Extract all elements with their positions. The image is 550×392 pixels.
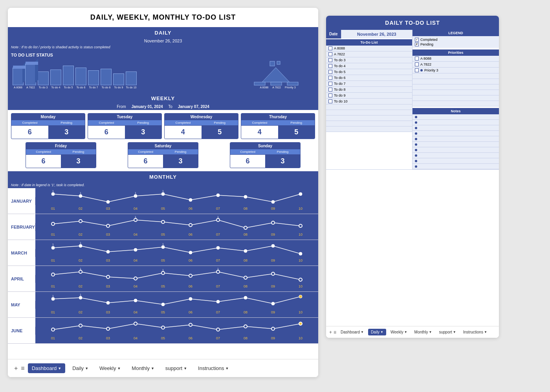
priority-empty-5 bbox=[412, 95, 499, 101]
day-card-wednesday: Wednesday Completed Pending 4 5 bbox=[164, 113, 238, 139]
svg-point-98 bbox=[51, 297, 55, 300]
svg-point-107 bbox=[299, 295, 302, 298]
right-nav-support[interactable]: support ▼ bbox=[436, 329, 459, 335]
daily-header: DAILY bbox=[8, 28, 318, 38]
svg-point-101 bbox=[134, 299, 137, 302]
priorities-title: Priorities bbox=[412, 49, 499, 56]
menu-icon[interactable]: ≡ bbox=[21, 365, 24, 372]
priority-empty-2 bbox=[412, 79, 499, 84]
svg-point-84 bbox=[299, 278, 302, 281]
right-nav-monthly[interactable]: Monthly ▼ bbox=[412, 329, 435, 335]
nav-instructions[interactable]: Instructions ▼ bbox=[194, 363, 233, 373]
date-area: Date November 26, 2023 To-Do List A 8088… bbox=[326, 30, 412, 169]
from-label: From bbox=[117, 104, 131, 109]
svg-text:02: 02 bbox=[79, 310, 82, 314]
svg-point-33 bbox=[134, 218, 137, 222]
note-row-8 bbox=[412, 153, 499, 158]
todo-item-todo7: To do 7 bbox=[326, 81, 412, 87]
february-chart: 01 02 03 04 05 06 07 08 09 10 1 1 bbox=[35, 214, 318, 240]
svg-point-6 bbox=[51, 192, 55, 196]
svg-text:03: 03 bbox=[106, 336, 110, 340]
todo-check-todo9 bbox=[328, 93, 332, 97]
svg-point-79 bbox=[161, 271, 165, 275]
svg-point-30 bbox=[51, 222, 55, 225]
from-date: January 01, 2024 bbox=[131, 104, 163, 109]
bar-todo3: To do 3 bbox=[38, 71, 49, 89]
svg-text:1: 1 bbox=[162, 243, 164, 245]
note-row-1 bbox=[412, 114, 499, 120]
instructions-arrow: ▼ bbox=[226, 366, 229, 370]
svg-text:1: 1 bbox=[135, 192, 136, 194]
svg-text:04: 04 bbox=[134, 310, 138, 314]
svg-text:1: 1 bbox=[80, 267, 81, 270]
bar-todo4: To do 4 bbox=[50, 70, 61, 89]
priority-items: A 8088 A 7822 Priority 3 bbox=[412, 56, 499, 106]
right-nav-dashboard[interactable]: Dashboard ▼ bbox=[338, 329, 367, 335]
svg-rect-4 bbox=[271, 82, 282, 85]
svg-text:03: 03 bbox=[106, 233, 110, 236]
svg-text:04: 04 bbox=[134, 258, 138, 262]
svg-text:09: 09 bbox=[271, 310, 275, 314]
right-plus-icon[interactable]: + bbox=[329, 330, 332, 335]
svg-point-83 bbox=[271, 272, 275, 275]
month-row-february: FEBRUARY 01 0 bbox=[8, 214, 318, 240]
todo-check-todo8 bbox=[328, 88, 332, 92]
svg-point-60 bbox=[271, 244, 275, 247]
date-value: November 26, 2023 bbox=[341, 30, 412, 38]
bar-todo5: To do 5 bbox=[63, 66, 74, 89]
nav-monthly[interactable]: Monthly ▼ bbox=[128, 363, 158, 373]
june-chart: 01 02 03 04 05 06 07 08 09 10 bbox=[35, 318, 318, 343]
svg-point-103 bbox=[189, 297, 192, 300]
right-nav-instructions[interactable]: Instructions ▼ bbox=[460, 329, 490, 335]
nav-dashboard[interactable]: Dashboard ▼ bbox=[28, 363, 66, 373]
legend-pending: ✗ Pending bbox=[415, 42, 497, 47]
svg-text:01: 01 bbox=[51, 233, 55, 236]
bar-todo8: To do 8 bbox=[101, 69, 112, 89]
legend-items: ✓ Completed ✗ Pending bbox=[412, 36, 499, 48]
svg-text:04: 04 bbox=[134, 336, 138, 340]
day-card-monday: Monday Completed Pending 6 3 bbox=[11, 113, 85, 139]
right-panel: DAILY TO-DO LIST Date November 26, 2023 … bbox=[326, 16, 499, 338]
svg-text:1: 1 bbox=[52, 243, 54, 246]
legend-title: LEGEND bbox=[412, 30, 499, 36]
svg-point-99 bbox=[79, 296, 82, 299]
svg-point-52 bbox=[51, 246, 55, 249]
svg-text:10: 10 bbox=[299, 284, 302, 288]
svg-text:06: 06 bbox=[189, 310, 192, 314]
svg-point-7 bbox=[79, 194, 82, 198]
nav-weekly[interactable]: Weekly ▼ bbox=[95, 363, 125, 373]
svg-text:05: 05 bbox=[161, 310, 165, 314]
todo-check-todo6 bbox=[328, 76, 332, 80]
note-dot-5 bbox=[415, 138, 417, 140]
svg-point-121 bbox=[79, 324, 82, 327]
priority-empty-6 bbox=[412, 101, 499, 106]
may-chart: 01 02 03 04 05 06 07 08 09 10 1 1 bbox=[35, 292, 318, 317]
right-nav-weekly[interactable]: Weekly ▼ bbox=[388, 329, 410, 335]
nav-daily[interactable]: Daily ▼ bbox=[68, 363, 92, 373]
note-dot-1 bbox=[415, 116, 417, 118]
todo-item-a7822: A 7822 bbox=[326, 51, 412, 57]
right-menu-icon[interactable]: ≡ bbox=[334, 330, 336, 335]
svg-text:09: 09 bbox=[271, 336, 275, 340]
svg-text:08: 08 bbox=[244, 310, 248, 314]
note-row-2 bbox=[412, 120, 499, 125]
day-card-thursday: Thursday Completed Pending 4 5 bbox=[241, 113, 315, 139]
right-nav-daily[interactable]: Daily ▼ bbox=[368, 329, 386, 335]
nav-support[interactable]: support ▼ bbox=[161, 363, 191, 373]
monthly-header: MONTHLY bbox=[8, 172, 318, 182]
left-bottom-nav: + ≡ Dashboard ▼ Daily ▼ Weekly ▼ Monthly… bbox=[8, 359, 318, 377]
april-chart: 01 02 03 04 05 06 07 08 09 10 1 1 1 bbox=[35, 266, 318, 291]
svg-point-31 bbox=[79, 220, 82, 223]
svg-text:01: 01 bbox=[51, 310, 55, 314]
svg-point-10 bbox=[161, 192, 165, 196]
svg-rect-1 bbox=[277, 61, 280, 64]
svg-point-11 bbox=[189, 198, 192, 201]
svg-rect-0 bbox=[270, 61, 275, 66]
weekly-header: WEEKLY bbox=[8, 93, 318, 103]
svg-point-9 bbox=[134, 194, 137, 198]
plus-icon[interactable]: + bbox=[14, 365, 18, 372]
month-row-april: APRIL 01 02 bbox=[8, 266, 318, 292]
svg-text:04: 04 bbox=[134, 207, 138, 211]
note-row-10 bbox=[412, 164, 499, 169]
svg-text:04: 04 bbox=[134, 233, 138, 236]
